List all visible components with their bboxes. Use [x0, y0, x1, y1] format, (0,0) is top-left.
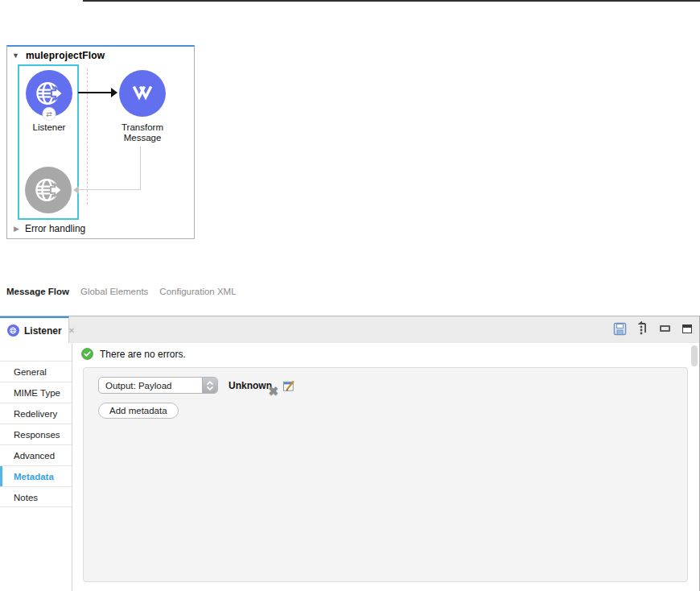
properties-tab-listener[interactable]: Listener ✕	[0, 316, 69, 343]
close-icon[interactable]: ✕	[68, 326, 75, 335]
flow-title: muleprojectFlow	[26, 50, 105, 61]
tab-configuration-xml[interactable]: Configuration XML	[159, 287, 236, 296]
dataweave-icon[interactable]	[119, 70, 166, 117]
output-select[interactable]: Output: Payload	[98, 377, 218, 394]
collapse-triangle-icon[interactable]: ▼	[12, 52, 19, 60]
sidebar-item-mime-type[interactable]: MIME Type	[0, 382, 72, 403]
output-select-value: Output: Payload	[99, 381, 171, 391]
save-icon[interactable]	[612, 321, 627, 336]
error-handling-section[interactable]: ▶ Error handling	[14, 223, 85, 234]
expand-triangle-icon[interactable]: ▶	[14, 225, 19, 233]
metadata-panel: Output: Payload Unknown ✖	[83, 367, 688, 582]
minimize-icon[interactable]	[657, 321, 672, 336]
listener-node[interactable]: ⇄ Listener	[25, 70, 73, 133]
response-connector-arrowhead-icon	[73, 186, 79, 194]
select-stepper-icon	[202, 377, 217, 394]
gray-globe-icon[interactable]	[25, 167, 72, 213]
vertical-scrollbar-thumb[interactable]	[691, 345, 698, 366]
tab-message-flow[interactable]: Message Flow	[6, 287, 69, 296]
response-connector-vertical	[140, 147, 141, 190]
properties-tab-label: Listener	[24, 325, 62, 337]
response-listener-node[interactable]	[24, 167, 72, 213]
source-process-divider	[87, 68, 88, 205]
editor-view-tabs: Message Flow Global Elements Configurati…	[6, 287, 237, 296]
status-text: There are no errors.	[100, 349, 186, 360]
error-handling-label: Error handling	[25, 223, 85, 234]
maximize-icon[interactable]	[680, 321, 694, 336]
properties-panel: Listener ✕	[0, 316, 700, 591]
transform-message-node[interactable]: Transform Message	[118, 70, 167, 143]
editor-top-divider	[83, 0, 700, 2]
flow-connector-arrowhead-icon	[111, 88, 117, 97]
sidebar-item-general[interactable]: General	[0, 361, 72, 382]
listener-node-label: Listener	[25, 122, 73, 133]
delete-metadata-icon[interactable]: ✖	[268, 384, 278, 399]
flow-header[interactable]: ▼ muleprojectFlow	[12, 50, 105, 61]
tab-global-elements[interactable]: Global Elements	[80, 287, 148, 296]
response-connector-horizontal	[79, 189, 141, 190]
add-metadata-button[interactable]: Add metadata	[98, 403, 179, 419]
app-window: ▼ muleprojectFlow ⇄	[0, 0, 700, 591]
flow-container-muleprojectflow[interactable]: ▼ muleprojectFlow ⇄	[6, 45, 195, 239]
panel-toolbar	[612, 321, 694, 336]
status-row: There are no errors.	[81, 348, 186, 360]
transform-message-node-label: Transform Message	[118, 122, 167, 143]
link-with-flow-icon[interactable]	[635, 321, 649, 336]
listener-tab-globe-icon	[7, 324, 19, 337]
sidebar-item-redelivery[interactable]: Redelivery	[0, 403, 72, 424]
exchange-badge-icon: ⇄	[43, 108, 56, 120]
flow-connector-line	[78, 92, 112, 93]
metadata-type-value: Unknown	[229, 380, 272, 391]
success-check-icon	[81, 348, 93, 360]
sidebar-item-notes[interactable]: Notes	[0, 486, 72, 507]
sidebar-item-advanced[interactable]: Advanced	[0, 444, 72, 465]
properties-section-list: General MIME Type Redelivery Responses A…	[0, 361, 72, 507]
sidebar-item-metadata[interactable]: Metadata	[0, 465, 72, 486]
listener-globe-icon[interactable]: ⇄	[26, 70, 72, 117]
edit-metadata-icon[interactable]	[282, 379, 296, 392]
properties-sidebar: General MIME Type Redelivery Responses A…	[0, 343, 72, 591]
metadata-output-row: Output: Payload Unknown ✖	[98, 377, 296, 394]
sidebar-item-responses[interactable]: Responses	[0, 424, 72, 444]
properties-tabbar: Listener ✕	[0, 316, 699, 343]
